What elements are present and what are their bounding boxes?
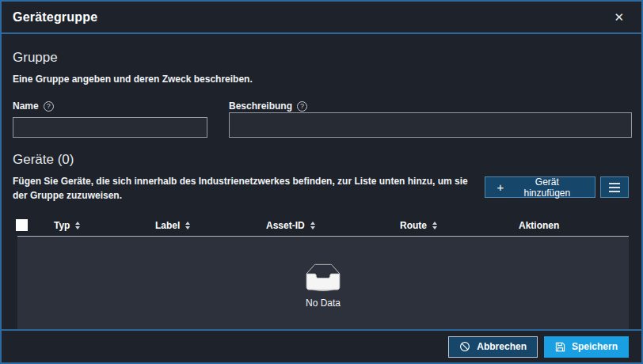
description-input[interactable] [229, 112, 632, 138]
dialog-content: Gruppe Eine Gruppe angeben und deren Zwe… [2, 34, 641, 329]
close-icon: ✕ [614, 10, 624, 24]
name-field-group: Name ? [13, 100, 207, 138]
name-help-icon[interactable]: ? [44, 101, 54, 112]
name-field-label: Name ? [13, 100, 207, 112]
description-help-icon[interactable]: ? [297, 101, 307, 112]
column-header-aktionen: Aktionen [519, 220, 629, 231]
dialog-titlebar: Gerätegruppe ✕ [2, 2, 641, 34]
plus-icon: + [497, 181, 504, 193]
devices-table-header: Typ Label Asset-ID Route Aktionen [13, 214, 629, 236]
column-header-label[interactable]: Label [155, 220, 266, 231]
add-device-button-label: Gerät hinzufügen [511, 176, 583, 199]
devices-header-row: Fügen Sie Geräte, die sich innerhalb des… [13, 174, 629, 203]
devices-section-heading: Geräte (0) [13, 152, 629, 168]
prohibition-icon [459, 341, 470, 352]
cancel-button-label: Abbrechen [477, 341, 527, 352]
no-data-label: No Data [306, 298, 341, 309]
sort-icon[interactable] [310, 222, 315, 229]
devices-table: Typ Label Asset-ID Route Aktionen [13, 214, 629, 329]
select-all-checkbox[interactable] [16, 219, 28, 231]
group-section-description: Eine Gruppe angeben und deren Zweck besc… [13, 72, 629, 86]
sort-icon[interactable] [432, 222, 437, 229]
devices-table-empty-state: No Data [17, 236, 629, 329]
devices-section-description: Fügen Sie Geräte, die sich innerhalb des… [13, 174, 485, 203]
table-options-button[interactable] [600, 176, 629, 198]
group-fields-row: Name ? Beschreibung ? [13, 100, 629, 138]
save-button-label: Speichern [572, 341, 618, 352]
add-device-button[interactable]: + Gerät hinzufügen [485, 176, 596, 198]
devices-buttons: + Gerät hinzufügen [485, 176, 629, 198]
empty-box-icon [300, 264, 346, 294]
save-button[interactable]: Speichern [544, 336, 629, 358]
column-header-route[interactable]: Route [400, 220, 519, 231]
close-button[interactable]: ✕ [609, 8, 629, 26]
save-floppy-icon [555, 342, 565, 352]
sort-icon[interactable] [185, 222, 190, 229]
hamburger-icon [609, 183, 620, 184]
select-all-cell [13, 219, 54, 231]
description-field-group: Beschreibung ? [229, 100, 632, 138]
column-header-asset-id[interactable]: Asset-ID [266, 220, 400, 231]
cancel-button[interactable]: Abbrechen [448, 336, 538, 358]
name-input[interactable] [13, 117, 207, 138]
description-field-label: Beschreibung ? [229, 100, 632, 112]
dialog-footer: Abbrechen Speichern [2, 329, 641, 362]
dialog-title: Gerätegruppe [13, 10, 97, 25]
sort-icon[interactable] [75, 222, 80, 229]
device-group-dialog: Gerätegruppe ✕ Gruppe Eine Gruppe angebe… [0, 0, 643, 364]
group-section-heading: Gruppe [13, 50, 629, 66]
column-header-typ[interactable]: Typ [54, 220, 155, 231]
